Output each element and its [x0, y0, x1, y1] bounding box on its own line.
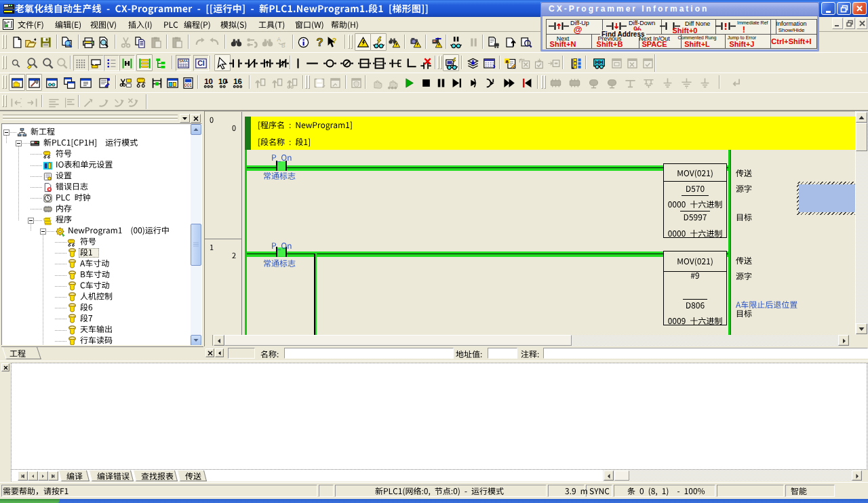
svg-text:a: a	[506, 58, 509, 64]
svg-text:A: A	[277, 36, 281, 43]
svg-text:001: 001	[184, 83, 192, 87]
svg-text:CI: CI	[197, 59, 205, 67]
svg-text:SMA: SMA	[179, 59, 188, 63]
svg-text:?: ?	[316, 36, 323, 49]
svg-text:10: 10	[204, 77, 213, 85]
svg-text:16: 16	[233, 77, 242, 85]
svg-text:10: 10	[218, 77, 227, 85]
svg-text:?: ?	[332, 37, 337, 45]
